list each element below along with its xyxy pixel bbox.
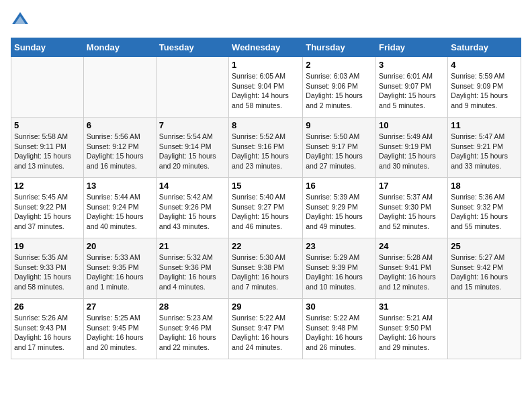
day-cell (11, 57, 84, 118)
day-number: 31 (379, 302, 445, 312)
page-header (11, 11, 521, 30)
day-number: 8 (232, 120, 300, 130)
day-cell: 19Sunrise: 5:35 AM Sunset: 9:33 PM Dayli… (11, 238, 84, 299)
logo-icon (11, 11, 30, 30)
day-number: 3 (379, 60, 445, 70)
day-info: Sunrise: 5:56 AM Sunset: 9:12 PM Dayligh… (87, 132, 153, 171)
day-info: Sunrise: 5:58 AM Sunset: 9:11 PM Dayligh… (14, 132, 81, 171)
day-number: 12 (14, 181, 81, 191)
day-cell: 8Sunrise: 5:52 AM Sunset: 9:16 PM Daylig… (229, 118, 303, 178)
day-info: Sunrise: 5:49 AM Sunset: 9:19 PM Dayligh… (379, 132, 445, 171)
day-info: Sunrise: 5:40 AM Sunset: 9:27 PM Dayligh… (232, 192, 300, 232)
day-cell: 2Sunrise: 6:03 AM Sunset: 9:06 PM Daylig… (303, 57, 376, 118)
day-cell: 9Sunrise: 5:50 AM Sunset: 9:17 PM Daylig… (303, 118, 376, 178)
day-cell: 15Sunrise: 5:40 AM Sunset: 9:27 PM Dayli… (229, 178, 303, 238)
day-info: Sunrise: 5:29 AM Sunset: 9:39 PM Dayligh… (306, 253, 373, 292)
day-cell: 24Sunrise: 5:28 AM Sunset: 9:41 PM Dayli… (376, 238, 448, 299)
day-number: 26 (14, 302, 81, 312)
day-number: 6 (87, 120, 153, 130)
day-number: 24 (379, 241, 445, 251)
day-info: Sunrise: 5:36 AM Sunset: 9:32 PM Dayligh… (451, 192, 518, 232)
day-info: Sunrise: 5:35 AM Sunset: 9:33 PM Dayligh… (14, 253, 81, 292)
day-info: Sunrise: 5:26 AM Sunset: 9:43 PM Dayligh… (14, 313, 81, 353)
day-cell: 10Sunrise: 5:49 AM Sunset: 9:19 PM Dayli… (376, 118, 448, 178)
day-info: Sunrise: 5:45 AM Sunset: 9:22 PM Dayligh… (14, 192, 81, 232)
day-number: 30 (306, 302, 373, 312)
day-info: Sunrise: 5:23 AM Sunset: 9:46 PM Dayligh… (159, 313, 226, 353)
day-cell: 7Sunrise: 5:54 AM Sunset: 9:14 PM Daylig… (156, 118, 228, 178)
day-cell: 26Sunrise: 5:26 AM Sunset: 9:43 PM Dayli… (11, 299, 84, 359)
day-cell: 5Sunrise: 5:58 AM Sunset: 9:11 PM Daylig… (11, 118, 84, 178)
day-cell: 17Sunrise: 5:37 AM Sunset: 9:30 PM Dayli… (376, 178, 448, 238)
day-number: 15 (232, 181, 300, 191)
day-info: Sunrise: 5:59 AM Sunset: 9:09 PM Dayligh… (451, 71, 518, 111)
day-info: Sunrise: 5:22 AM Sunset: 9:47 PM Dayligh… (232, 313, 300, 353)
day-number: 9 (306, 120, 373, 130)
day-cell: 25Sunrise: 5:27 AM Sunset: 9:42 PM Dayli… (448, 238, 521, 299)
col-wednesday: Wednesday (229, 38, 303, 57)
day-number: 17 (379, 181, 445, 191)
day-cell: 21Sunrise: 5:32 AM Sunset: 9:36 PM Dayli… (156, 238, 228, 299)
day-cell: 14Sunrise: 5:42 AM Sunset: 9:26 PM Dayli… (156, 178, 228, 238)
day-cell (83, 57, 156, 118)
week-row-5: 26Sunrise: 5:26 AM Sunset: 9:43 PM Dayli… (11, 299, 521, 359)
day-cell: 29Sunrise: 5:22 AM Sunset: 9:47 PM Dayli… (229, 299, 303, 359)
day-cell (448, 299, 521, 359)
day-number: 22 (232, 241, 300, 251)
day-info: Sunrise: 5:25 AM Sunset: 9:45 PM Dayligh… (87, 313, 153, 353)
day-info: Sunrise: 5:33 AM Sunset: 9:35 PM Dayligh… (87, 253, 153, 292)
day-cell: 3Sunrise: 6:01 AM Sunset: 9:07 PM Daylig… (376, 57, 448, 118)
day-cell: 6Sunrise: 5:56 AM Sunset: 9:12 PM Daylig… (83, 118, 156, 178)
day-cell: 11Sunrise: 5:47 AM Sunset: 9:21 PM Dayli… (448, 118, 521, 178)
day-info: Sunrise: 5:47 AM Sunset: 9:21 PM Dayligh… (451, 132, 518, 171)
day-number: 10 (379, 120, 445, 130)
day-number: 29 (232, 302, 300, 312)
week-row-3: 12Sunrise: 5:45 AM Sunset: 9:22 PM Dayli… (11, 178, 521, 238)
day-info: Sunrise: 5:39 AM Sunset: 9:29 PM Dayligh… (306, 192, 373, 232)
day-info: Sunrise: 5:50 AM Sunset: 9:17 PM Dayligh… (306, 132, 373, 171)
day-info: Sunrise: 6:05 AM Sunset: 9:04 PM Dayligh… (232, 71, 300, 111)
day-number: 28 (159, 302, 226, 312)
day-cell: 4Sunrise: 5:59 AM Sunset: 9:09 PM Daylig… (448, 57, 521, 118)
day-info: Sunrise: 5:30 AM Sunset: 9:38 PM Dayligh… (232, 253, 300, 292)
day-info: Sunrise: 5:21 AM Sunset: 9:50 PM Dayligh… (379, 313, 445, 353)
day-cell: 30Sunrise: 5:22 AM Sunset: 9:48 PM Dayli… (303, 299, 376, 359)
day-number: 19 (14, 241, 81, 251)
day-cell: 18Sunrise: 5:36 AM Sunset: 9:32 PM Dayli… (448, 178, 521, 238)
day-number: 21 (159, 241, 226, 251)
day-number: 11 (451, 120, 518, 130)
day-cell: 13Sunrise: 5:44 AM Sunset: 9:24 PM Dayli… (83, 178, 156, 238)
week-row-1: 1Sunrise: 6:05 AM Sunset: 9:04 PM Daylig… (11, 57, 521, 118)
day-number: 16 (306, 181, 373, 191)
day-number: 23 (306, 241, 373, 251)
day-cell: 28Sunrise: 5:23 AM Sunset: 9:46 PM Dayli… (156, 299, 228, 359)
col-thursday: Thursday (303, 38, 376, 57)
calendar-table: Sunday Monday Tuesday Wednesday Thursday… (11, 38, 521, 359)
logo (11, 11, 32, 30)
day-number: 27 (87, 302, 153, 312)
col-sunday: Sunday (11, 38, 84, 57)
day-info: Sunrise: 6:03 AM Sunset: 9:06 PM Dayligh… (306, 71, 373, 111)
day-info: Sunrise: 5:52 AM Sunset: 9:16 PM Dayligh… (232, 132, 300, 171)
day-info: Sunrise: 6:01 AM Sunset: 9:07 PM Dayligh… (379, 71, 445, 111)
week-row-2: 5Sunrise: 5:58 AM Sunset: 9:11 PM Daylig… (11, 118, 521, 178)
day-number: 20 (87, 241, 153, 251)
day-number: 7 (159, 120, 226, 130)
day-cell: 31Sunrise: 5:21 AM Sunset: 9:50 PM Dayli… (376, 299, 448, 359)
day-number: 2 (306, 60, 373, 70)
day-cell: 16Sunrise: 5:39 AM Sunset: 9:29 PM Dayli… (303, 178, 376, 238)
week-row-4: 19Sunrise: 5:35 AM Sunset: 9:33 PM Dayli… (11, 238, 521, 299)
day-cell: 22Sunrise: 5:30 AM Sunset: 9:38 PM Dayli… (229, 238, 303, 299)
day-number: 1 (232, 60, 300, 70)
header-row: Sunday Monday Tuesday Wednesday Thursday… (11, 38, 521, 57)
day-number: 5 (14, 120, 81, 130)
day-cell: 23Sunrise: 5:29 AM Sunset: 9:39 PM Dayli… (303, 238, 376, 299)
day-info: Sunrise: 5:44 AM Sunset: 9:24 PM Dayligh… (87, 192, 153, 232)
day-info: Sunrise: 5:54 AM Sunset: 9:14 PM Dayligh… (159, 132, 226, 171)
day-cell: 20Sunrise: 5:33 AM Sunset: 9:35 PM Dayli… (83, 238, 156, 299)
col-saturday: Saturday (448, 38, 521, 57)
day-number: 13 (87, 181, 153, 191)
day-cell: 27Sunrise: 5:25 AM Sunset: 9:45 PM Dayli… (83, 299, 156, 359)
day-number: 25 (451, 241, 518, 251)
day-info: Sunrise: 5:37 AM Sunset: 9:30 PM Dayligh… (379, 192, 445, 232)
